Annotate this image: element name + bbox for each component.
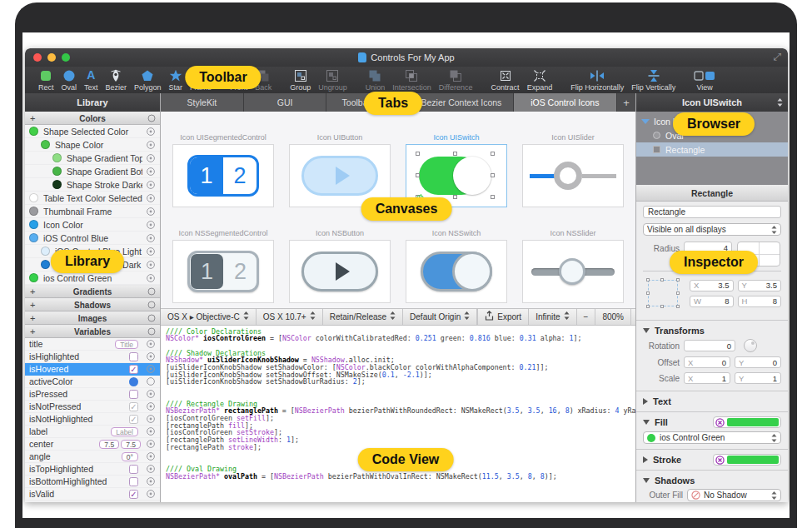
checkbox[interactable]	[129, 477, 138, 486]
scale-x-input[interactable]: X1	[684, 372, 730, 384]
library-color-row[interactable]: Shape Gradient Bottom	[25, 165, 160, 178]
canvas[interactable]	[406, 240, 507, 303]
target-icon[interactable]	[146, 233, 156, 243]
toolbar-item-bezier[interactable]: Bezier	[106, 68, 127, 92]
scale-y-input[interactable]: Y1	[735, 372, 781, 384]
library-color-row[interactable]: Icon Color	[25, 218, 160, 232]
target-icon[interactable]	[146, 389, 156, 399]
target-icon[interactable]	[146, 414, 156, 424]
toolbar-item-oval[interactable]: Oval	[62, 68, 77, 92]
variable-row-ishighlighted[interactable]: isHighlighted	[25, 351, 160, 363]
variable-row-label[interactable]: labelLabel	[25, 426, 160, 438]
zoom-out-button[interactable]: −	[576, 309, 595, 325]
add-tab-button[interactable]: +	[617, 93, 635, 112]
export-button[interactable]: Export	[477, 309, 528, 325]
minimize-button[interactable]	[47, 53, 56, 62]
variable-value-field[interactable]: 0°	[122, 452, 138, 461]
selection-handle[interactable]	[491, 195, 495, 199]
variable-row-center[interactable]: center7.57.5	[25, 438, 160, 451]
toolbar-item-polygon[interactable]: Polygon	[134, 68, 162, 92]
checkbox[interactable]	[129, 390, 138, 399]
offset-y-input[interactable]: Y0	[735, 356, 781, 368]
checkbox[interactable]: ✓	[129, 415, 138, 424]
checkbox[interactable]: ✓	[129, 402, 138, 411]
target-icon[interactable]	[146, 273, 156, 283]
x-input[interactable]: X3.5	[690, 280, 734, 291]
fill-color-dropdown[interactable]: ios Control Green	[643, 431, 781, 444]
add-icon[interactable]: +	[30, 287, 35, 296]
target-icon[interactable]	[146, 451, 156, 461]
code-option-dropdown-2[interactable]: Retain/Release	[323, 309, 403, 325]
library-section-gradients[interactable]: +Gradients	[25, 285, 160, 298]
variable-row-isnothighlighted[interactable]: isNotHighlighted✓	[25, 413, 160, 426]
variable-value-field[interactable]: 7.5	[99, 440, 119, 449]
variable-row-istophighlighted[interactable]: isTopHighlighted	[25, 463, 160, 476]
library-color-row[interactable]: Shape Stroke Darker	[25, 178, 160, 192]
variable-value-field[interactable]: 7.5	[121, 440, 141, 449]
visibility-dropdown[interactable]: Visible on all displays	[643, 223, 781, 236]
toolbar-item-flip-vertically[interactable]: Flip Vertically	[631, 68, 675, 92]
target-icon[interactable]	[146, 260, 156, 270]
variable-row-ishovered[interactable]: isHovered✓	[25, 363, 160, 376]
canvas-mode-dropdown[interactable]: Infinite	[528, 309, 575, 325]
target-icon[interactable]	[146, 127, 156, 137]
target-icon[interactable]	[146, 464, 156, 474]
text-section[interactable]: Text	[636, 393, 788, 410]
height-input[interactable]: H8	[738, 296, 782, 307]
variable-color-swatch[interactable]	[129, 377, 138, 386]
transforms-section[interactable]: Transforms	[636, 322, 788, 339]
selection-handle[interactable]	[491, 173, 495, 177]
zoom-button[interactable]	[62, 53, 70, 62]
toolbar-item-difference[interactable]: Difference	[439, 68, 473, 92]
checkbox[interactable]: ✓	[129, 365, 138, 374]
target-icon[interactable]	[146, 489, 156, 499]
target-icon[interactable]	[146, 207, 156, 217]
tab-gui[interactable]: GUI	[244, 93, 327, 112]
y-input[interactable]: Y3.5	[738, 280, 782, 291]
checkbox[interactable]: ✓	[129, 490, 138, 499]
library-section-images[interactable]: +Images	[25, 311, 160, 325]
variable-row-angle[interactable]: angle0°	[25, 451, 160, 463]
toolbar-item-intersection[interactable]: Intersection	[392, 68, 431, 92]
rotation-input[interactable]: 0	[684, 340, 735, 351]
library-color-row[interactable]: Shape Gradient Top	[25, 152, 160, 165]
fill-section[interactable]: Fill	[636, 414, 788, 431]
canvas[interactable]: 12	[172, 240, 274, 303]
target-icon[interactable]	[146, 167, 156, 177]
tab-stylekit[interactable]: StyleKit	[161, 93, 244, 112]
selection-handle[interactable]	[453, 152, 457, 156]
target-icon[interactable]	[146, 476, 156, 486]
tab-ios-control-icons[interactable]: iOS Control Icons	[514, 93, 617, 112]
rotation-knob[interactable]	[744, 339, 757, 352]
target-icon[interactable]	[146, 153, 156, 163]
shadows-section[interactable]: Shadows	[636, 472, 788, 489]
browser-item-rectangle[interactable]: Rectangle	[636, 142, 788, 157]
canvas[interactable]	[289, 240, 391, 303]
selection-handle[interactable]	[491, 152, 495, 156]
fill-swatch[interactable]	[713, 416, 781, 428]
shape-name-input[interactable]: Rectangle	[643, 206, 781, 218]
bounds-widget[interactable]	[643, 276, 683, 311]
library-color-row[interactable]: Shape Selected Color	[25, 125, 160, 138]
target-icon[interactable]	[146, 247, 156, 257]
target-icon[interactable]	[146, 351, 156, 361]
toolbar-item-rect[interactable]: Rect	[38, 68, 54, 92]
circle-icon[interactable]	[146, 376, 156, 386]
variable-value-field[interactable]: Label	[111, 427, 138, 436]
code-option-dropdown-3[interactable]: Default Origin	[403, 309, 477, 325]
outer-fill-dropdown[interactable]: No Shadow	[687, 489, 781, 501]
variable-row-isbottomhighlighted[interactable]: isBottomHighlighted	[25, 476, 160, 488]
library-section-variables[interactable]: +Variables	[25, 325, 160, 338]
stroke-swatch[interactable]	[713, 454, 781, 466]
library-color-row[interactable]: iOS Control Blue	[25, 232, 160, 245]
target-icon[interactable]	[146, 364, 156, 374]
canvas[interactable]: 12	[172, 144, 274, 207]
target-icon[interactable]	[146, 426, 156, 436]
library-section-shadows[interactable]: +Shadows	[25, 298, 160, 311]
library-color-row[interactable]: Shape Color	[25, 138, 160, 152]
canvas[interactable]	[522, 240, 624, 303]
toolbar-item-ungroup[interactable]: Ungroup	[318, 68, 347, 92]
add-icon[interactable]: +	[30, 114, 35, 122]
add-icon[interactable]: +	[30, 327, 35, 336]
toolbar-item-text[interactable]: AText	[84, 68, 98, 92]
